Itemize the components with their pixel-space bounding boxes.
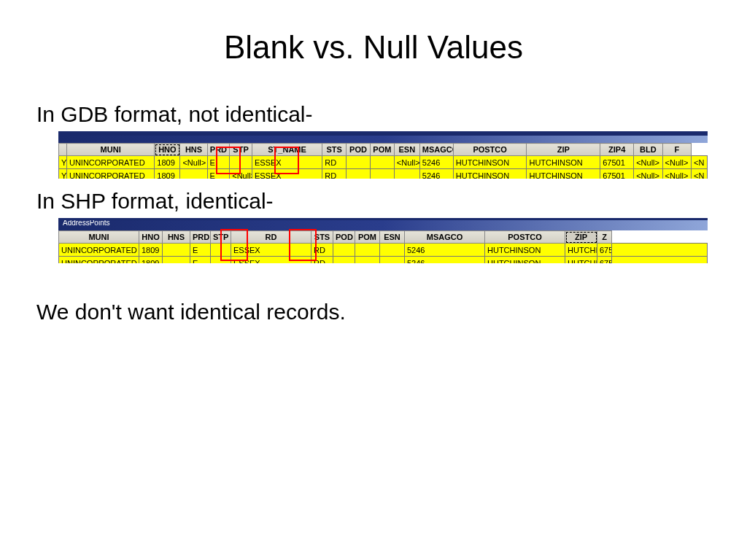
cell[interactable] <box>394 169 419 179</box>
cell[interactable] <box>347 169 371 179</box>
cell[interactable]: RD <box>322 169 347 179</box>
cell[interactable]: ESSEX <box>252 156 322 169</box>
cell[interactable]: <Null> <box>662 156 691 169</box>
table-row[interactable]: UNINCORPORATED1809EESSEXRD5246HUTCHINSON… <box>59 244 708 257</box>
cell[interactable]: ESSEX <box>231 244 311 257</box>
col-header[interactable]: STS <box>311 231 333 244</box>
cell[interactable] <box>612 257 708 264</box>
cell[interactable]: <Null> <box>394 156 419 169</box>
cell[interactable] <box>370 169 394 179</box>
col-header[interactable]: POSTCO <box>485 231 565 244</box>
cell[interactable]: 1809 <box>139 244 163 257</box>
col-header[interactable]: MSAGCO <box>405 231 485 244</box>
cell[interactable]: HUTCHINSON <box>565 257 597 264</box>
cell[interactable]: E <box>207 156 230 169</box>
cell[interactable]: 67501 <box>600 169 634 179</box>
cell[interactable]: ESSEX <box>231 257 311 264</box>
cell[interactable]: UNINCORPORATED <box>66 169 154 179</box>
col-header[interactable]: MUNI <box>59 231 139 244</box>
col-header[interactable]: MUNI <box>66 144 154 156</box>
cell[interactable]: E <box>190 257 211 264</box>
cell[interactable]: 5246 <box>419 169 453 179</box>
window-titlebar-2 <box>58 220 708 230</box>
cell[interactable]: <N <box>691 169 707 179</box>
col-header[interactable]: HNS <box>180 144 207 156</box>
cell[interactable]: HUTCHINSON <box>565 244 597 257</box>
cell[interactable] <box>230 156 252 169</box>
cell[interactable]: UNINCORPORATED <box>66 156 154 169</box>
cell[interactable]: E <box>207 169 230 179</box>
col-header[interactable]: STP <box>211 231 231 244</box>
col-header[interactable]: POD <box>333 231 355 244</box>
cell[interactable]: RD <box>322 156 347 169</box>
cell[interactable]: <Null> <box>662 169 691 179</box>
cell[interactable]: 67501 <box>600 156 634 169</box>
cell[interactable]: RD <box>311 257 333 264</box>
cell[interactable]: HUTCHINSON <box>527 156 600 169</box>
cell[interactable]: 5246 <box>405 244 485 257</box>
cell[interactable]: HUTCHINSON <box>453 169 527 179</box>
col-header[interactable]: POM <box>355 231 380 244</box>
cell[interactable]: HUTCHINSON <box>485 257 565 264</box>
cell[interactable]: 67501 <box>597 257 612 264</box>
cell[interactable]: UNINCORPORATED <box>59 244 139 257</box>
col-header[interactable]: STS <box>322 144 347 156</box>
cell[interactable]: 67501 <box>597 244 612 257</box>
table-gdb-wrap: MUNIHNOHNSPRDSTPST_NAMESTSPODPOMESNMSAGC… <box>58 131 708 179</box>
cell[interactable]: E <box>190 244 211 257</box>
cell[interactable]: ESSEX <box>252 169 322 179</box>
cell[interactable] <box>180 169 207 179</box>
cell[interactable]: <Null> <box>180 156 207 169</box>
col-header[interactable]: HNO <box>139 231 163 244</box>
cell[interactable]: RD <box>311 244 333 257</box>
cell[interactable]: 1809 <box>155 169 180 179</box>
cell[interactable] <box>370 156 394 169</box>
cell[interactable] <box>380 244 405 257</box>
cell[interactable]: 1809 <box>155 156 180 169</box>
cell[interactable]: <N <box>691 156 707 169</box>
col-header[interactable]: ESN <box>394 144 419 156</box>
col-header[interactable]: POD <box>347 144 371 156</box>
col-header[interactable]: ZIP4 <box>600 144 634 156</box>
table-row[interactable]: YUNINCORPORATED1809E<Null>ESSEXRD5246HUT… <box>59 169 708 179</box>
col-header[interactable]: POM <box>370 144 394 156</box>
col-header[interactable]: ESN <box>380 231 405 244</box>
cell[interactable] <box>163 257 190 264</box>
col-header[interactable]: PRD <box>190 231 211 244</box>
table-row[interactable]: UNINCORPORATED1809EESSEXRD5246HUTCHINSON… <box>59 257 708 264</box>
cell[interactable]: <Null> <box>230 169 252 179</box>
cell[interactable] <box>347 156 371 169</box>
cell[interactable] <box>211 244 231 257</box>
col-header[interactable]: MSAGCO <box>419 144 453 156</box>
col-header[interactable]: POSTCO <box>453 144 527 156</box>
cell[interactable]: <Null> <box>634 169 662 179</box>
cell[interactable] <box>211 257 231 264</box>
cell[interactable]: HUTCHINSON <box>453 156 527 169</box>
cell[interactable] <box>355 244 380 257</box>
col-header[interactable]: PRD <box>207 144 230 156</box>
cell[interactable]: UNINCORPORATED <box>59 257 139 264</box>
cell[interactable]: HUTCHINSON <box>485 244 565 257</box>
col-header[interactable]: RD <box>231 231 311 244</box>
cell[interactable] <box>380 257 405 264</box>
table-row[interactable]: YUNINCORPORATED1809<Null>EESSEXRD<Null>5… <box>59 156 708 169</box>
col-header[interactable]: ST_NAME <box>252 144 322 156</box>
col-header[interactable]: ZIP <box>527 144 600 156</box>
col-header[interactable]: Z <box>597 231 612 244</box>
cell[interactable]: 1809 <box>139 257 163 264</box>
cell[interactable]: <Null> <box>634 156 662 169</box>
col-header[interactable]: ZIP <box>565 231 597 244</box>
col-header[interactable]: STP <box>230 144 252 156</box>
cell[interactable] <box>355 257 380 264</box>
cell[interactable]: 5246 <box>419 156 453 169</box>
cell[interactable]: 5246 <box>405 257 485 264</box>
col-header[interactable]: HNS <box>163 231 190 244</box>
cell[interactable]: HUTCHINSON <box>527 169 600 179</box>
cell[interactable] <box>163 244 190 257</box>
col-header[interactable]: F <box>662 144 691 156</box>
col-header[interactable]: HNO <box>155 144 180 156</box>
cell[interactable] <box>612 244 708 257</box>
col-header[interactable]: BLD <box>634 144 662 156</box>
cell[interactable] <box>333 244 355 257</box>
cell[interactable] <box>333 257 355 264</box>
